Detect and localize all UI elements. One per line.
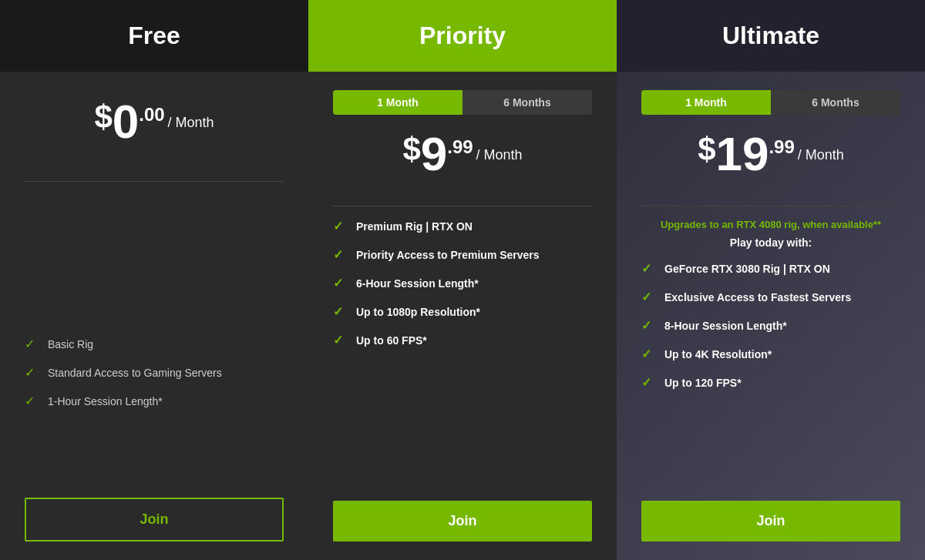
plan-free-title: Free [128,22,180,49]
free-feature-2: ✓ Standard Access to Gaming Servers [25,365,284,380]
priority-feature-4-text: Up to 1080p Resolution* [356,306,480,318]
plan-priority: Priority 1 Month 6 Months $ 9 .99 / Mont… [308,0,617,560]
plan-ultimate-price: $ 19 .99 / Month [641,130,900,178]
priority-toggle: 1 Month 6 Months [333,90,592,115]
priority-feature-2: ✓ Priority Access to Premium Servers [333,247,592,262]
free-price-period: / Month [168,115,214,131]
priority-divider [333,206,592,206]
ultimate-feature-3: ✓ 8-Hour Session Length* [641,318,900,333]
ultimate-divider [641,206,900,206]
check-icon-p3: ✓ [333,276,347,290]
free-divider [25,181,284,182]
check-icon-u4: ✓ [641,347,655,361]
ultimate-play-today: Play today with: [641,236,900,249]
free-feature-3-text: 1-Hour Session Length* [48,395,163,407]
check-icon-2: ✓ [25,365,39,380]
priority-price-whole: 9 [421,130,447,178]
free-join-button[interactable]: Join [25,498,284,542]
ultimate-upgrade-note: Upgrades to an RTX 4080 rig, when availa… [641,219,900,230]
ultimate-dollar-sign: $ [698,133,715,166]
priority-feature-5-text: Up to 60 FPS* [356,334,427,347]
priority-feature-1: ✓ Premium Rig | RTX ON [333,219,592,233]
ultimate-feature-4-text: Up to 4K Resolution* [664,348,772,360]
ultimate-feature-3-text: 8-Hour Session Length* [664,320,787,332]
check-icon-p5: ✓ [333,333,347,347]
ultimate-toggle: 1 Month 6 Months [641,90,900,115]
ultimate-feature-1: ✓ GeForce RTX 3080 Rig | RTX ON [641,261,900,276]
check-icon-p4: ✓ [333,304,347,319]
free-feature-3: ✓ 1-Hour Session Length* [25,394,284,408]
ultimate-feature-1-text: GeForce RTX 3080 Rig | RTX ON [664,263,830,275]
priority-toggle-1month[interactable]: 1 Month [333,90,462,115]
ultimate-feature-2: ✓ Exclusive Access to Fastest Servers [641,290,900,304]
plan-ultimate: Ultimate 1 Month 6 Months $ 19 .99 / Mon… [617,0,925,560]
check-icon-u3: ✓ [641,318,655,333]
free-dollar-sign: $ [94,101,112,133]
free-features: ✓ Basic Rig ✓ Standard Access to Gaming … [25,337,284,479]
plan-ultimate-body: 1 Month 6 Months $ 19 .99 / Month Upgrad… [617,72,925,560]
ultimate-toggle-6months[interactable]: 6 Months [771,90,900,115]
check-icon-1: ✓ [25,337,39,351]
free-price-cents: .00 [139,104,164,126]
ultimate-price-whole: 19 [715,130,769,178]
ultimate-price-period: / Month [798,147,844,163]
priority-dollar-sign: $ [402,133,420,166]
plan-ultimate-title: Ultimate [722,22,819,49]
priority-feature-3: ✓ 6-Hour Session Length* [333,276,592,290]
check-icon-u2: ✓ [641,290,655,304]
ultimate-toggle-1month[interactable]: 1 Month [641,90,771,115]
plan-free-header: Free [0,0,308,72]
check-icon-3: ✓ [25,394,39,408]
free-feature-1: ✓ Basic Rig [25,337,284,351]
priority-feature-1-text: Premium Rig | RTX ON [356,220,473,233]
check-icon-u5: ✓ [641,375,655,390]
priority-feature-3-text: 6-Hour Session Length* [356,277,479,290]
plan-free-body: $ 0 .00 / Month ✓ Basic Rig ✓ Standard A… [0,72,308,560]
priority-features: ✓ Premium Rig | RTX ON ✓ Priority Access… [333,219,592,482]
priority-toggle-6months[interactable]: 6 Months [462,90,592,115]
free-price-whole: 0 [113,98,139,146]
priority-price-period: / Month [476,147,523,163]
priority-feature-2-text: Priority Access to Premium Servers [356,249,540,261]
priority-price-cents: .99 [447,136,473,158]
ultimate-join-button[interactable]: Join [641,501,900,542]
check-icon-u1: ✓ [641,261,655,276]
check-icon-p1: ✓ [333,219,347,233]
ultimate-feature-4: ✓ Up to 4K Resolution* [641,347,900,361]
plan-ultimate-header: Ultimate [617,0,925,72]
ultimate-feature-2-text: Exclusive Access to Fastest Servers [664,291,851,303]
pricing-container: Free $ 0 .00 / Month ✓ Basic Rig ✓ [0,0,925,560]
priority-feature-5: ✓ Up to 60 FPS* [333,333,592,347]
check-icon-p2: ✓ [333,247,347,262]
plan-priority-title: Priority [419,22,506,49]
plan-free-price: $ 0 .00 / Month [25,90,284,153]
plan-priority-price: $ 9 .99 / Month [333,130,592,178]
plan-free: Free $ 0 .00 / Month ✓ Basic Rig ✓ [0,0,308,560]
ultimate-features: ✓ GeForce RTX 3080 Rig | RTX ON ✓ Exclus… [641,261,900,482]
plan-priority-header: Priority [308,0,617,72]
ultimate-feature-5-text: Up to 120 FPS* [664,377,742,389]
priority-feature-4: ✓ Up to 1080p Resolution* [333,304,592,319]
free-feature-2-text: Standard Access to Gaming Servers [48,367,222,379]
free-feature-1-text: Basic Rig [48,338,93,350]
priority-join-button[interactable]: Join [333,501,592,542]
plan-priority-body: 1 Month 6 Months $ 9 .99 / Month ✓ Premi… [308,72,617,560]
ultimate-feature-5: ✓ Up to 120 FPS* [641,375,900,390]
ultimate-price-cents: .99 [769,136,794,158]
